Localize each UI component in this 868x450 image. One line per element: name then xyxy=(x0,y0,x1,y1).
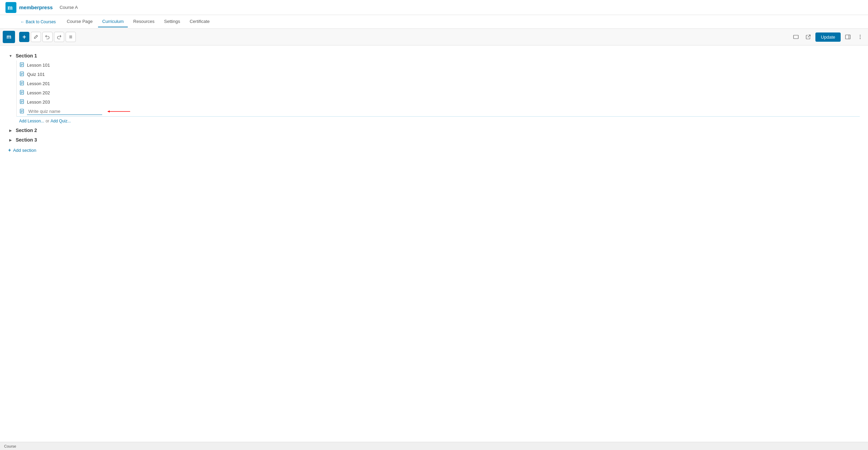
quiz-name-input[interactable] xyxy=(27,108,102,115)
undo-icon xyxy=(45,35,50,39)
section-2-toggle[interactable]: ▶ xyxy=(8,128,13,133)
list-item[interactable]: Lesson 203 xyxy=(17,97,860,107)
list-item[interactable]: Quiz 101 xyxy=(17,70,860,79)
add-lesson-link[interactable]: Add Lesson... xyxy=(19,119,44,123)
list-item[interactable]: Lesson 101 xyxy=(17,61,860,70)
svg-point-11 xyxy=(860,38,860,39)
section-2-name: Section 2 xyxy=(16,128,37,133)
brand-name: memberpress xyxy=(19,4,53,10)
svg-line-6 xyxy=(808,35,810,37)
lesson-name: Lesson 203 xyxy=(27,100,50,105)
pencil-button[interactable] xyxy=(31,32,41,42)
list-item[interactable]: Lesson 202 xyxy=(17,88,860,97)
preview-window-button[interactable] xyxy=(791,32,801,42)
toolbar: m + xyxy=(0,29,868,45)
add-content-row: Add Lesson... or Add Quiz... xyxy=(19,117,860,125)
toolbar-right: Update xyxy=(791,32,865,42)
sidebar-toggle-button[interactable] xyxy=(843,32,853,42)
add-section-label: Add section xyxy=(13,148,36,153)
external-link-button[interactable] xyxy=(803,32,813,42)
list-button[interactable] xyxy=(66,32,76,42)
lesson-name: Lesson 201 xyxy=(27,81,50,86)
list-icon xyxy=(68,35,73,39)
more-options-button[interactable] xyxy=(855,32,865,42)
add-or-separator: or xyxy=(45,119,49,123)
list-item[interactable]: Lesson 201 xyxy=(17,79,860,88)
add-quiz-link[interactable]: Add Quiz... xyxy=(51,119,71,123)
section-1-header[interactable]: ▼ Section 1 xyxy=(8,51,860,61)
section-1-toggle[interactable]: ▼ xyxy=(8,53,13,58)
svg-text:m: m xyxy=(8,4,13,11)
logo-area: m memberpress Course A xyxy=(5,2,78,13)
svg-point-10 xyxy=(860,37,860,37)
section-3-header[interactable]: ▶ Section 3 xyxy=(8,135,860,145)
main-content: ▼ Section 1 Lesson 101 xyxy=(0,45,868,161)
top-bar: m memberpress Course A xyxy=(0,0,868,15)
preview-window-icon xyxy=(793,34,799,40)
lesson-name: Quiz 101 xyxy=(27,72,45,77)
tab-settings[interactable]: Settings xyxy=(160,16,184,27)
new-quiz-icon xyxy=(19,109,24,115)
red-arrow-annotation xyxy=(106,109,134,114)
pencil-icon xyxy=(33,35,38,39)
lesson-name: Lesson 202 xyxy=(27,90,50,95)
external-link-icon xyxy=(805,34,811,40)
tab-course-page[interactable]: Course Page xyxy=(63,16,97,27)
redo-icon xyxy=(57,35,61,39)
svg-rect-7 xyxy=(845,35,850,39)
add-section-row[interactable]: + Add section xyxy=(8,145,860,156)
memberpress-logo: m xyxy=(5,2,16,13)
redo-button[interactable] xyxy=(54,32,64,42)
lesson-name: Lesson 101 xyxy=(27,63,50,68)
add-button[interactable]: + xyxy=(19,32,29,42)
section-1-name: Section 1 xyxy=(16,53,37,58)
nav-tabs: ← Back to Courses Course Page Curriculum… xyxy=(0,15,868,29)
tab-certificate[interactable]: Certificate xyxy=(185,16,214,27)
toolbar-logo-letter: m xyxy=(6,34,11,40)
back-to-courses-link[interactable]: ← Back to Courses xyxy=(20,19,56,24)
update-button[interactable]: Update xyxy=(815,32,841,42)
undo-button[interactable] xyxy=(42,32,53,42)
section-1-items: Lesson 101 Quiz 101 xyxy=(16,61,860,117)
section-3-toggle[interactable]: ▶ xyxy=(8,137,13,142)
tab-resources[interactable]: Resources xyxy=(129,16,159,27)
section-3-name: Section 3 xyxy=(16,137,37,143)
toolbar-logo: m xyxy=(3,31,15,43)
sidebar-toggle-icon xyxy=(845,34,851,40)
quiz-input-row xyxy=(17,107,860,117)
lesson-icon xyxy=(19,62,24,68)
section-2-header[interactable]: ▶ Section 2 xyxy=(8,125,860,135)
lesson-icon xyxy=(19,90,24,96)
lesson-icon xyxy=(19,81,24,87)
more-options-icon xyxy=(857,34,863,40)
svg-marker-37 xyxy=(108,110,110,112)
svg-rect-5 xyxy=(794,35,798,39)
quiz-icon xyxy=(19,71,24,77)
course-title: Course A xyxy=(59,5,78,10)
lesson-icon xyxy=(19,99,24,105)
svg-point-9 xyxy=(860,35,860,36)
add-section-plus-icon: + xyxy=(8,147,11,153)
tab-curriculum[interactable]: Curriculum xyxy=(98,16,128,27)
